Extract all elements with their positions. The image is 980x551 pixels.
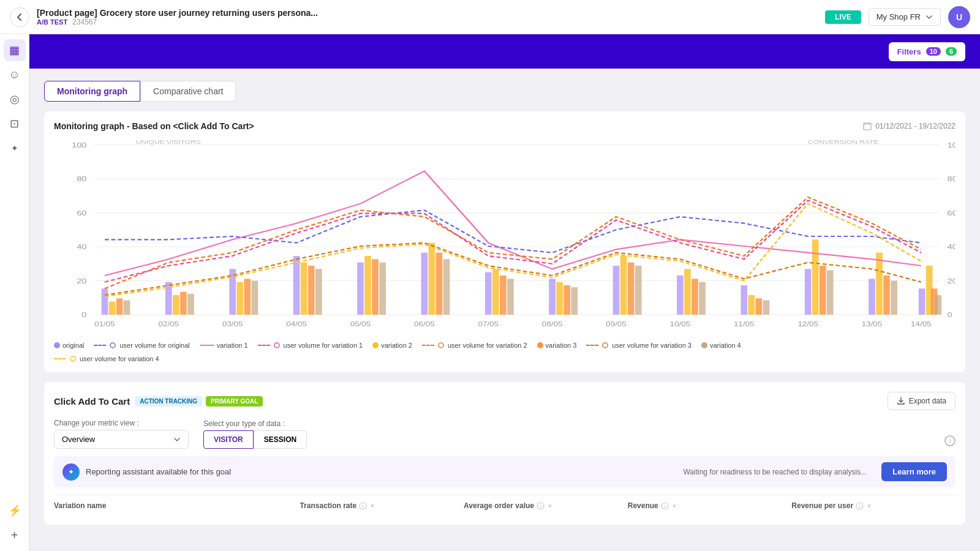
user-avatar[interactable]: U: [948, 6, 970, 28]
svg-rect-25: [421, 253, 428, 315]
svg-text:0: 0: [948, 311, 952, 319]
assistant-bar: ✦ Reporting assistant available for this…: [54, 456, 956, 487]
svg-rect-56: [628, 263, 635, 315]
svg-text:10/05: 10/05: [670, 321, 691, 328]
sidebar-icon-smiley[interactable]: ☺: [4, 64, 26, 86]
chart-header: Monitoring graph - Based on <Click Add T…: [54, 121, 956, 131]
svg-rect-37: [301, 263, 307, 315]
svg-text:100: 100: [72, 141, 87, 149]
svg-rect-63: [187, 294, 194, 315]
svg-text:100: 100: [948, 141, 956, 149]
svg-rect-66: [379, 263, 386, 315]
goal-header: Click Add To Cart ACTION TRACKING PRIMAR…: [54, 392, 956, 410]
svg-text:20: 20: [948, 277, 956, 285]
svg-rect-52: [372, 259, 379, 315]
filters-label: Filters: [897, 47, 921, 56]
legend-user-vol-original: user volume for original: [94, 342, 189, 349]
legend-variation2: variation 2: [372, 342, 412, 349]
svg-rect-59: [820, 266, 826, 315]
svg-text:01/05: 01/05: [94, 321, 115, 328]
sidebar-icon-bolt[interactable]: ⚡: [4, 500, 26, 522]
sort-down-icon[interactable]: [866, 503, 872, 509]
svg-point-90: [110, 343, 115, 348]
sort-down-icon[interactable]: [671, 503, 677, 509]
goal-title: Click Add To Cart: [54, 396, 130, 407]
svg-text:CONVERSION RATE: CONVERSION RATE: [808, 138, 878, 144]
info-icon[interactable]: i: [537, 502, 545, 510]
live-badge: LIVE: [825, 10, 861, 24]
visitor-button[interactable]: VISITOR: [203, 430, 254, 449]
svg-text:40: 40: [77, 243, 86, 251]
chart-title: Monitoring graph - Based on <Click Add T…: [54, 121, 254, 131]
data-type-label: Select your type of data :: [203, 419, 307, 428]
svg-text:07/05: 07/05: [478, 321, 499, 328]
sidebar-icon-plus[interactable]: +: [4, 524, 26, 546]
sort-down-icon[interactable]: [369, 503, 375, 509]
svg-point-91: [274, 343, 279, 348]
metric-select[interactable]: Overview: [54, 430, 189, 449]
svg-text:05/05: 05/05: [350, 321, 371, 328]
filters-button[interactable]: Filters 10 6: [889, 42, 965, 61]
filter-active-badge: 6: [946, 47, 957, 56]
header-title-block: [Product page] Grocery store user journe…: [37, 8, 825, 26]
svg-text:60: 60: [77, 209, 86, 217]
session-button[interactable]: SESSION: [254, 430, 307, 449]
svg-rect-33: [919, 288, 925, 315]
chart-section: Monitoring graph - Based on <Click Add T…: [44, 111, 965, 372]
svg-rect-54: [500, 276, 507, 315]
svg-text:14/05: 14/05: [911, 321, 932, 328]
content-area: Filters 10 6 Monitoring graph Comparativ…: [29, 34, 980, 551]
svg-rect-53: [436, 253, 443, 315]
svg-rect-27: [549, 279, 556, 315]
svg-rect-68: [507, 279, 514, 315]
svg-point-94: [70, 356, 75, 361]
svg-text:04/05: 04/05: [286, 321, 307, 328]
sidebar: ▦ ☺ ◎ ⊡ ✦ ⚡ +: [0, 34, 29, 551]
sidebar-icon-magic[interactable]: ✦: [4, 137, 26, 159]
svg-rect-23: [293, 256, 300, 315]
export-button[interactable]: Export data: [888, 392, 956, 410]
svg-text:i: i: [540, 504, 541, 509]
sidebar-icon-layers[interactable]: ⊡: [4, 113, 26, 135]
assistant-text: Reporting assistant available for this g…: [86, 467, 231, 476]
sort-down-icon[interactable]: [547, 503, 553, 509]
svg-text:11/05: 11/05: [734, 321, 755, 328]
info-icon[interactable]: i: [944, 435, 956, 446]
sidebar-icon-target[interactable]: ◎: [4, 88, 26, 110]
svg-text:i: i: [949, 438, 951, 444]
svg-rect-49: [180, 292, 187, 315]
svg-text:60: 60: [948, 209, 956, 217]
svg-point-93: [603, 343, 608, 348]
tab-monitoring[interactable]: Monitoring graph: [44, 81, 140, 102]
svg-rect-75: [935, 295, 942, 315]
legend-original: original: [54, 342, 84, 349]
page-title: [Product page] Grocery store user journe…: [37, 8, 825, 18]
metric-controls: Change your metric view : Overview Selec…: [54, 419, 956, 449]
sidebar-icon-dashboard[interactable]: ▦: [4, 39, 26, 61]
svg-rect-36: [236, 282, 243, 315]
svg-rect-29: [677, 276, 684, 315]
table-header: Variation name Transaction rate i Averag…: [54, 495, 956, 515]
svg-rect-48: [116, 298, 123, 315]
svg-rect-30: [741, 285, 747, 315]
learn-more-button[interactable]: Learn more: [881, 462, 947, 481]
export-label: Export data: [909, 397, 946, 405]
info-icon[interactable]: i: [661, 502, 669, 510]
svg-rect-35: [173, 295, 179, 315]
svg-text:13/05: 13/05: [862, 321, 883, 328]
assistant-left: ✦ Reporting assistant available for this…: [62, 463, 231, 481]
tab-comparative[interactable]: Comparative chart: [140, 81, 236, 102]
svg-rect-51: [308, 266, 315, 315]
svg-text:03/05: 03/05: [222, 321, 243, 328]
ab-test-badge: A/B TEST: [37, 18, 67, 26]
svg-rect-71: [699, 282, 706, 315]
svg-text:40: 40: [948, 243, 956, 251]
info-icon[interactable]: i: [856, 502, 864, 510]
svg-text:i: i: [664, 504, 665, 509]
svg-rect-64: [252, 281, 258, 315]
info-icon[interactable]: i: [359, 502, 367, 510]
shop-selector[interactable]: My Shop FR: [869, 8, 941, 26]
tabs-bar: Monitoring graph Comparative chart: [44, 81, 965, 102]
back-button[interactable]: [10, 7, 29, 27]
th-revenue-per-user: Revenue per user i: [791, 501, 956, 510]
